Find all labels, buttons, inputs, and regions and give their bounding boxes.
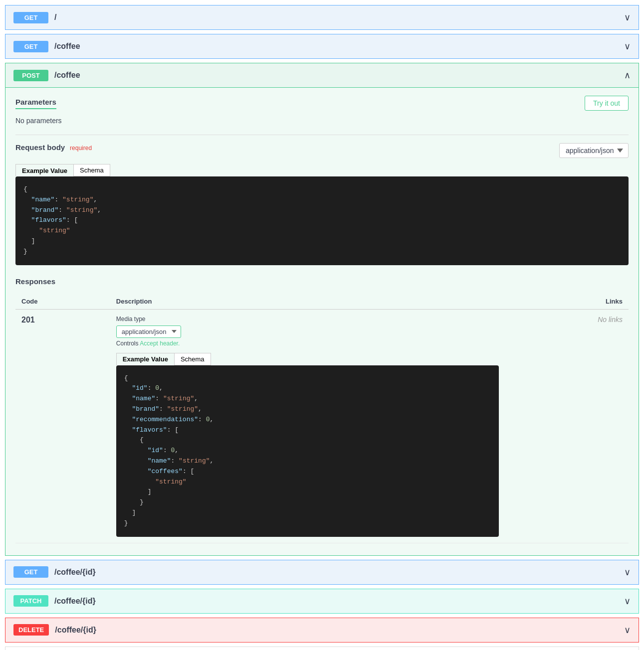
request-body-header: Request body required application/json — [15, 143, 629, 158]
controls-accept-text: Controls Accept header. — [116, 340, 499, 347]
post-coffee-expanded: Parameters Try it out No parameters Requ… — [5, 87, 639, 555]
endpoint-path: /coffee/{id} — [54, 597, 624, 606]
method-badge-get: GET — [13, 566, 48, 578]
chevron-down-icon: ∨ — [624, 625, 631, 636]
responses-table: Code Description Links 201 Media type — [15, 294, 629, 543]
responses-title: Responses — [15, 277, 629, 286]
schemas-section: Schemas — [5, 647, 639, 650]
endpoint-path: / — [54, 13, 624, 22]
request-body-tabs: Example Value Schema — [15, 164, 629, 176]
chevron-down-icon: ∨ — [624, 41, 631, 52]
method-badge-patch: PATCH — [13, 595, 48, 607]
endpoint-patch-coffee-id[interactable]: PATCH /coffee/{id} ∨ — [5, 589, 639, 614]
schemas-header[interactable]: Schemas — [5, 647, 639, 650]
responses-section: Responses Code Description Links 201 — [15, 277, 629, 543]
parameters-section-header: Parameters Try it out — [15, 96, 629, 111]
endpoint-get-coffee[interactable]: GET /coffee ∨ — [5, 34, 639, 59]
method-badge-post: POST — [13, 70, 48, 81]
endpoint-delete-coffee-id[interactable]: DELETE /coffee/{id} ∨ — [5, 618, 639, 643]
request-body-label: Request body required — [15, 143, 92, 152]
media-type-label: Media type — [116, 316, 499, 323]
response-example-value-tab[interactable]: Example Value — [116, 353, 174, 365]
method-badge-get: GET — [13, 41, 48, 52]
endpoint-path: /coffee — [54, 42, 624, 51]
response-code-201: 201 — [21, 316, 35, 324]
chevron-down-icon: ∨ — [624, 12, 631, 23]
chevron-down-icon: ∨ — [624, 567, 631, 578]
parameters-title: Parameters — [15, 98, 56, 109]
col-links: Links — [505, 294, 629, 310]
endpoint-header-delete-coffee-id[interactable]: DELETE /coffee/{id} ∨ — [5, 618, 639, 642]
method-badge-get: GET — [13, 12, 48, 23]
endpoint-header-post-coffee[interactable]: POST /coffee ∧ — [5, 63, 639, 87]
response-body-tabs: Example Value Schema — [116, 353, 499, 365]
schema-tab[interactable]: Schema — [73, 164, 110, 176]
endpoint-get-root[interactable]: GET / ∨ — [5, 5, 639, 30]
endpoint-header-patch-coffee-id[interactable]: PATCH /coffee/{id} ∨ — [5, 589, 639, 613]
endpoint-header-get-root[interactable]: GET / ∨ — [5, 5, 639, 29]
endpoint-header-get-coffee-id[interactable]: GET /coffee/{id} ∨ — [5, 560, 639, 584]
col-code: Code — [15, 294, 110, 310]
response-schema-tab[interactable]: Schema — [174, 353, 211, 365]
col-description: Description — [110, 294, 505, 310]
endpoint-post-coffee: POST /coffee ∧ Parameters Try it out No … — [5, 63, 639, 556]
response-row-201: 201 Media type application/json Controls… — [15, 309, 629, 543]
accept-header-link[interactable]: Accept header. — [140, 340, 180, 347]
request-body-code: { "name": "string", "brand": "string", "… — [15, 176, 629, 265]
media-type-select[interactable]: application/json — [116, 325, 181, 338]
response-body-code: { "id": 0, "name": "string", "brand": "s… — [116, 365, 499, 537]
method-badge-delete: DELETE — [13, 624, 49, 636]
endpoint-get-coffee-id[interactable]: GET /coffee/{id} ∨ — [5, 560, 639, 585]
endpoint-path: /coffee/{id} — [55, 626, 624, 635]
endpoint-path: /coffee — [54, 71, 624, 80]
no-links-text: No links — [505, 309, 629, 543]
endpoint-path: /coffee/{id} — [54, 568, 624, 577]
chevron-down-icon: ∨ — [624, 596, 631, 607]
try-it-out-button[interactable]: Try it out — [585, 96, 629, 111]
chevron-up-icon: ∧ — [624, 70, 631, 81]
endpoint-header-get-coffee[interactable]: GET /coffee ∨ — [5, 34, 639, 58]
example-value-tab[interactable]: Example Value — [15, 164, 73, 176]
no-params-text: No parameters — [15, 117, 629, 125]
request-content-type-select[interactable]: application/json — [559, 143, 629, 158]
